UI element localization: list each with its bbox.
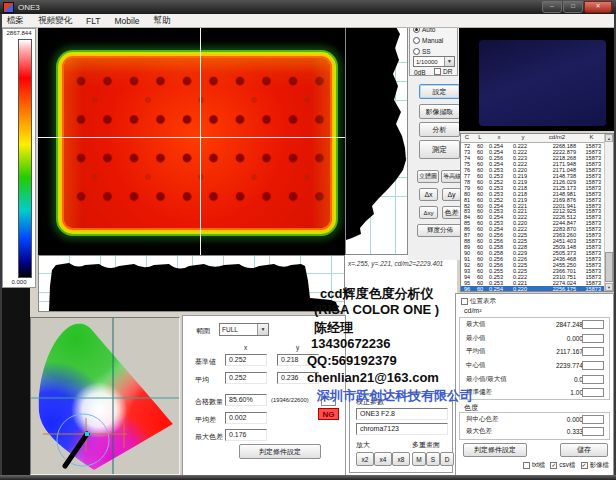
stat-value: 2239.774 — [528, 362, 583, 369]
table-body: 72600.2540.2222268.1881587373600.2540.22… — [461, 143, 604, 291]
stat-label: 中心值 — [466, 361, 528, 370]
scroll-down-icon[interactable]: ▼ — [605, 283, 613, 291]
stat-value: 0.0 — [528, 376, 583, 383]
checkbox-icon: ✓ — [581, 462, 588, 469]
calibration-field-lens[interactable]: ONE3 F2.8 — [356, 408, 448, 420]
measure-button[interactable]: 測定 — [419, 140, 460, 159]
judge-y-value: 0.236 — [277, 372, 319, 384]
pass-count-value: 85.60% — [225, 394, 267, 406]
ng-status-badge: NG — [318, 408, 339, 420]
close-button[interactable]: ✕ — [584, 1, 612, 13]
stat-label: 最小值 — [466, 334, 528, 343]
horizontal-profile-plot — [38, 255, 345, 312]
menu-bar: 檔案視頻變化FLTMobile幫助 — [0, 14, 616, 28]
stat-row: 最大色差0.333 — [460, 426, 609, 439]
judge-row-label: 平均 — [195, 375, 209, 385]
delta-xy-button[interactable]: Δxy — [419, 206, 438, 219]
stat-row: 最小值/最大值0.0 — [460, 372, 609, 386]
stat-label: 與中心色差 — [466, 415, 528, 424]
judge-panel: 範圍 FULL ▼ x y 基準値0.2520.218平均0.2520.236 … — [182, 315, 346, 477]
scroll-up-icon[interactable]: ▲ — [605, 134, 613, 142]
capture-settings-panel: AutoManualSS 1/10000 ▼ 0dB DR — [409, 22, 458, 76]
menu-item-1[interactable]: 視頻變化 — [31, 15, 79, 27]
colorbar-min-label: 0.000 — [3, 279, 35, 285]
radio-ss[interactable]: SS — [413, 46, 457, 56]
minimize-button[interactable]: – — [542, 1, 562, 13]
table-scrollbar[interactable]: ▲ ▼ — [604, 134, 613, 291]
maximize-button[interactable]: □ — [563, 1, 583, 13]
stat-row: 最小值0.000 — [460, 332, 609, 346]
stat-result-box — [582, 427, 604, 436]
range-label: 範圍 — [196, 326, 210, 336]
menu-item-4[interactable]: 幫助 — [147, 15, 178, 27]
table-row[interactable]: 96600.2540.2202256.17515873 — [461, 286, 604, 292]
position-display-checkbox[interactable] — [461, 298, 468, 305]
vertical-profile-plot — [345, 25, 408, 255]
menu-item-3[interactable]: Mobile — [107, 16, 146, 26]
camera-preview[interactable] — [459, 25, 616, 131]
position-display-label: 位置表示 — [470, 297, 496, 306]
stat-value: 0.333 — [528, 428, 583, 435]
color-diff-button[interactable]: 色差 — [442, 206, 461, 219]
luminance-image-view[interactable] — [38, 25, 345, 255]
multiscreen-M-button[interactable]: M — [412, 452, 426, 466]
stat-result-box — [582, 347, 604, 356]
analyze-button[interactable]: 分析 — [419, 122, 460, 137]
delta-x-button[interactable]: Δx — [419, 188, 438, 201]
save-button[interactable]: 儲存 — [560, 443, 608, 457]
file-option[interactable]: ✓影像檔 — [581, 461, 610, 470]
file-options: txt檔✓csv檔✓影像檔 — [523, 461, 609, 470]
delta-y-button[interactable]: Δy — [442, 188, 461, 201]
table-col-header: L — [473, 134, 487, 142]
bottom-left-filler — [0, 288, 30, 476]
checkbox-icon: ✓ — [550, 462, 557, 469]
table-cell: 96 — [461, 286, 473, 292]
zoom-x2-button[interactable]: x2 — [356, 452, 374, 466]
luminance-dist-button[interactable]: 輝度分佈 — [417, 224, 463, 237]
stat-label: 平均值 — [466, 347, 528, 356]
zoom-x4-button[interactable]: x4 — [374, 452, 392, 466]
checkbox-icon — [523, 462, 530, 469]
menu-item-2[interactable]: FLT — [79, 16, 107, 26]
shutter-select[interactable]: 1/10000 ▼ — [413, 56, 455, 67]
zoom-label: 放大 — [356, 440, 370, 450]
scroll-thumb[interactable] — [605, 252, 613, 282]
grab-image-button[interactable]: 影像擷取 — [419, 104, 460, 119]
colorbar-max-label: 2867.844 — [3, 30, 35, 36]
judge-settings-button[interactable]: 判定條件設定 — [463, 443, 527, 457]
chroma-stats-group: 與中心色差0.000最大色差0.333 — [459, 412, 610, 440]
multiscreen-D-button[interactable]: D — [440, 452, 454, 466]
pass-count-label: 合格數量 — [195, 397, 223, 407]
stereo-button[interactable]: 立體圖 — [417, 170, 439, 183]
stat-row: 平均值2117.167 — [460, 345, 609, 359]
dr-checkbox[interactable] — [434, 68, 441, 75]
set-button[interactable]: 設定 — [419, 84, 460, 99]
radio-icon — [413, 48, 420, 55]
radio-manual[interactable]: Manual — [413, 35, 457, 45]
judge-settings-button-2[interactable]: 判定條件設定 — [239, 444, 321, 459]
title-bar[interactable]: ONE3 – □ ✕ — [0, 0, 616, 14]
stat-result-box — [582, 375, 604, 384]
stat-result-box — [582, 415, 604, 424]
table-col-header: C — [461, 134, 473, 142]
range-select[interactable]: FULL ▼ — [219, 323, 269, 336]
stat-result-box — [582, 388, 604, 397]
cie-diagram-panel — [30, 317, 180, 475]
multiscreen-S-button[interactable]: S — [426, 452, 440, 466]
stat-result-box — [582, 320, 604, 329]
file-option[interactable]: txt檔 — [523, 461, 545, 470]
chevron-down-icon[interactable]: ▼ — [257, 324, 268, 335]
menu-item-0[interactable]: 檔案 — [0, 15, 31, 27]
horizontal-profile-curve — [39, 256, 344, 311]
avg-diff-value: 0.002 — [225, 412, 267, 424]
stat-label: 最大色差 — [466, 427, 528, 436]
table-cell: 0.220 — [511, 286, 535, 292]
stat-value: 0.000 — [528, 416, 583, 423]
radio-label: Manual — [422, 37, 443, 44]
chevron-down-icon[interactable]: ▼ — [444, 57, 454, 66]
zoom-x8-button[interactable]: x8 — [392, 452, 410, 466]
file-option[interactable]: ✓csv檔 — [550, 461, 575, 470]
column-y-header: y — [296, 344, 299, 351]
window-border-bottom[interactable] — [0, 475, 616, 480]
calibration-field-chroma[interactable]: chroma7123 — [356, 423, 448, 435]
